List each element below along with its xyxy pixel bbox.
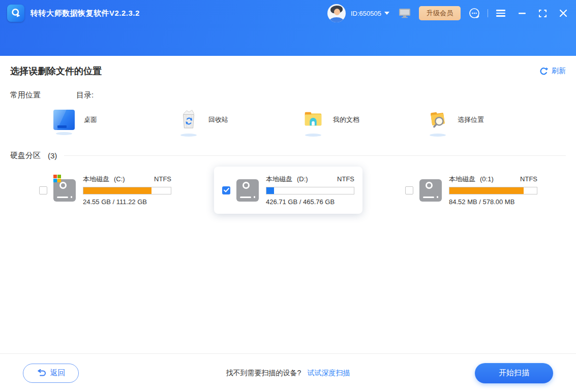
refresh-icon (539, 67, 548, 76)
scan-hint-text: 找不到需要扫描的设备? (226, 369, 301, 378)
disk-filesystem: NTFS (520, 175, 537, 183)
disk-letter: (0:1) (480, 175, 494, 183)
location-label: 桌面 (84, 115, 97, 124)
upgrade-member-button[interactable]: 升级会员 (419, 6, 461, 20)
hard-drive-icon (419, 179, 442, 202)
titlebar-divider (488, 9, 488, 17)
header-band: 转转大师数据恢复软件V2.2.3.2 ID:650505 升级会员 (0, 0, 576, 56)
location-item-my-documents[interactable]: 我的文档 (301, 108, 426, 137)
start-scan-button[interactable]: 开始扫描 (475, 363, 553, 383)
disk-item-d[interactable]: 本地磁盘 (D:) NTFS 426.71 GB / 465.76 GB (214, 167, 362, 214)
disk-usage-bar (449, 187, 537, 194)
partitions-label: 硬盘分区 (10, 151, 41, 160)
refresh-label: 刷新 (552, 67, 566, 76)
disk-size: 84.52 MB / 578.00 MB (449, 198, 537, 206)
disk-checkbox-checked[interactable] (222, 186, 230, 194)
deep-scan-link[interactable]: 试试深度扫描 (307, 369, 350, 378)
disk-letter: (C:) (114, 175, 125, 183)
app-window: 转转大师数据恢复软件V2.2.3.2 ID:650505 升级会员 (0, 0, 576, 392)
windows-logo-icon (53, 175, 61, 182)
user-avatar[interactable] (327, 4, 346, 22)
maximize-icon[interactable] (539, 10, 547, 17)
footer-bar: 返回 找不到需要扫描的设备? 试试深度扫描 开始扫描 (0, 353, 576, 392)
location-label: 选择位置 (458, 115, 484, 124)
user-id: ID:650505 (351, 10, 381, 17)
my-documents-icon (302, 108, 324, 132)
partitions-count: (3) (48, 151, 57, 160)
disk-usage-fill (266, 187, 274, 194)
directory-label: 目录: (76, 90, 94, 100)
location-item-recycle-bin[interactable]: 回收站 (177, 108, 301, 137)
chevron-down-icon[interactable] (384, 12, 389, 15)
location-item-desktop[interactable]: 桌面 (52, 108, 177, 137)
app-logo-icon (7, 5, 24, 22)
disk-checkbox[interactable] (405, 186, 413, 194)
disk-list: 本地磁盘 (C:) NTFS 24.55 GB / 111.22 GB (10, 167, 566, 214)
common-locations-row: 桌面 (10, 108, 566, 137)
disk-name: 本地磁盘 (266, 175, 292, 184)
close-icon[interactable] (560, 10, 567, 17)
disk-letter: (D:) (297, 175, 308, 183)
desktop-icon (53, 110, 75, 130)
hard-drive-icon (236, 179, 259, 202)
titlebar: 转转大师数据恢复软件V2.2.3.2 ID:650505 升级会员 (0, 0, 576, 26)
common-locations-label: 常用位置 (10, 90, 41, 100)
disk-usage-fill (83, 187, 151, 194)
disk-name: 本地磁盘 (449, 175, 475, 184)
recycle-bin-icon (178, 108, 199, 132)
refresh-button[interactable]: 刷新 (539, 67, 566, 76)
location-label: 回收站 (208, 115, 228, 124)
app-title: 转转大师数据恢复软件V2.2.3.2 (31, 9, 140, 18)
page-title: 选择误删除文件的位置 (10, 65, 102, 77)
disk-usage-bar (83, 187, 171, 194)
disk-checkbox[interactable] (39, 186, 47, 194)
section-divider (64, 155, 566, 156)
choose-location-icon (427, 108, 448, 132)
customer-service-icon[interactable] (469, 8, 480, 19)
back-label: 返回 (50, 368, 66, 378)
disk-filesystem: NTFS (154, 175, 171, 183)
hard-drive-icon (53, 179, 76, 202)
disk-size: 426.71 GB / 465.76 GB (266, 198, 354, 206)
location-item-choose[interactable]: 选择位置 (426, 108, 551, 137)
disk-size: 24.55 GB / 111.22 GB (83, 198, 171, 206)
disk-usage-bar (266, 187, 354, 194)
monitor-icon[interactable] (399, 8, 411, 18)
disk-item-c[interactable]: 本地磁盘 (C:) NTFS 24.55 GB / 111.22 GB (31, 167, 179, 214)
disk-name: 本地磁盘 (83, 175, 109, 184)
disk-usage-fill (449, 187, 524, 194)
minimize-icon[interactable] (519, 12, 526, 14)
back-button[interactable]: 返回 (23, 364, 79, 383)
return-arrow-icon (37, 369, 46, 377)
menu-icon[interactable] (496, 10, 505, 17)
disk-item-01[interactable]: 本地磁盘 (0:1) NTFS 84.52 MB / 578.00 MB (397, 167, 545, 214)
disk-filesystem: NTFS (337, 175, 354, 183)
location-label: 我的文档 (333, 115, 359, 124)
